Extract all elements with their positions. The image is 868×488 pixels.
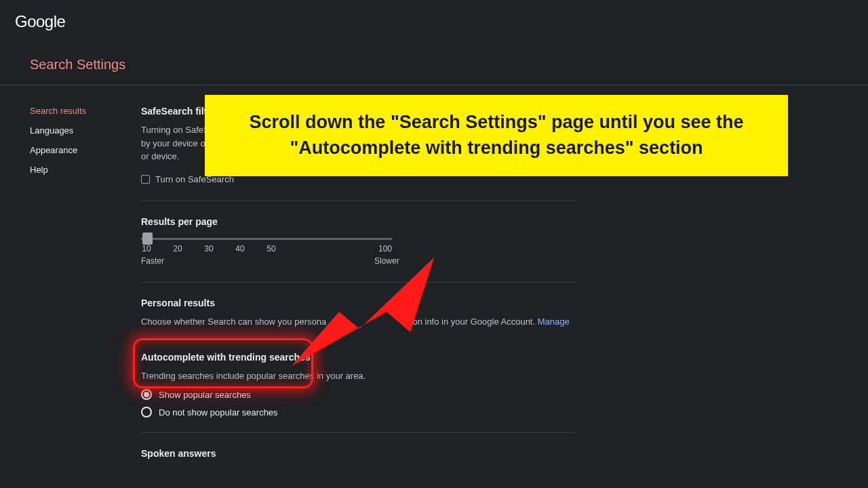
section-divider <box>141 282 575 283</box>
slider-tick-10: 10 <box>142 244 151 253</box>
spoken-answers-section: Spoken answers <box>141 448 629 459</box>
autocomplete-section: Autocomplete with trending searches Tren… <box>141 352 629 418</box>
sidebar-item-help[interactable]: Help <box>30 165 141 175</box>
page-title: Search Settings <box>0 38 868 85</box>
radio-show-label: Show popular searches <box>159 390 251 400</box>
slider-tick-100: 100 <box>378 244 392 253</box>
radio-icon[interactable] <box>141 407 152 418</box>
slider-tick-30: 30 <box>204 244 213 253</box>
personal-body-right: on info in your Google Account. <box>412 317 535 327</box>
instruction-callout: Scroll down the "Search Settings" page u… <box>205 95 788 176</box>
slider-caption-faster: Faster <box>141 256 164 266</box>
slider-tick-50: 50 <box>267 244 275 253</box>
section-divider <box>141 201 575 201</box>
sidebar-item-languages[interactable]: Languages <box>30 125 141 136</box>
section-divider <box>141 432 575 433</box>
manage-link[interactable]: Manage <box>538 317 570 327</box>
radio-show-popular[interactable]: Show popular searches <box>141 389 629 400</box>
spoken-answers-heading: Spoken answers <box>141 448 629 459</box>
sidebar-item-search-results[interactable]: Search results <box>30 106 141 116</box>
results-per-page-section: Results per page 10 20 30 40 50 100 Fast… <box>141 216 629 267</box>
personal-results-body: Choose whether Search can show you perso… <box>141 315 629 329</box>
settings-sidebar: Search results Languages Appearance Help <box>0 106 141 466</box>
slider-tick-40: 40 <box>235 244 244 253</box>
slider-tick-20: 20 <box>173 244 182 253</box>
slider-thumb[interactable] <box>142 232 153 245</box>
sidebar-item-appearance[interactable]: Appearance <box>30 145 141 155</box>
radio-icon[interactable] <box>141 389 152 400</box>
personal-results-heading: Personal results <box>141 298 629 308</box>
results-slider[interactable] <box>141 238 392 240</box>
slider-captions: Faster Slower <box>141 256 392 267</box>
checkbox-icon[interactable] <box>141 175 150 184</box>
google-logo: Google <box>15 12 853 31</box>
results-per-page-heading: Results per page <box>141 216 629 227</box>
autocomplete-body: Trending searches include popular search… <box>141 369 629 383</box>
radio-hide-popular[interactable]: Do not show popular searches <box>141 407 629 418</box>
slider-labels: 10 20 30 40 50 100 <box>141 244 392 256</box>
radio-hide-label: Do not show popular searches <box>159 407 278 418</box>
slider-caption-slower: Slower <box>374 256 399 266</box>
autocomplete-heading: Autocomplete with trending searches <box>141 352 629 363</box>
personal-body-left: Choose whether Search can show you perso… <box>141 317 326 327</box>
personal-results-section: Personal results Choose whether Search c… <box>141 298 629 329</box>
